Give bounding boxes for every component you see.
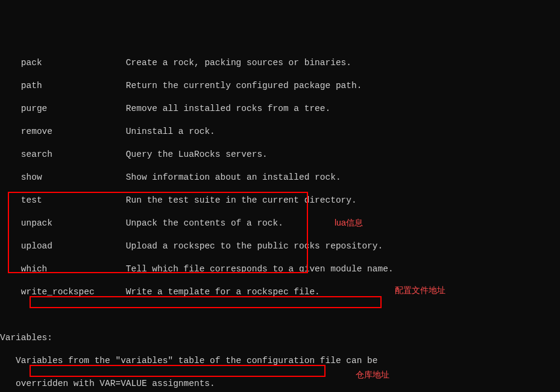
annotation-lua-info: lua信息	[335, 217, 363, 229]
command-name: unpack	[21, 218, 52, 228]
command-row: which Tell which file corresponds to a g…	[0, 264, 560, 275]
command-name: search	[21, 150, 52, 159]
command-desc: Unpack the contents of a rock.	[126, 218, 283, 228]
command-name: upload	[21, 241, 52, 251]
command-name: remove	[21, 127, 52, 136]
variables-text: overridden with VAR=VALUE assignments.	[0, 378, 560, 390]
variables-text: Variables from the "variables" table of …	[0, 355, 560, 367]
command-name: write_rockspec	[21, 287, 95, 297]
command-desc: Upload a rockspec to the public rocks re…	[126, 241, 383, 251]
command-row: upload Upload a rockspec to the public r…	[0, 241, 560, 252]
command-row: test Run the test suite in the current d…	[0, 195, 560, 206]
command-name: purge	[21, 104, 48, 113]
command-row: show Show information about an installed…	[0, 172, 560, 183]
command-row: purge Remove all installed rocks from a …	[0, 103, 560, 115]
command-row: write_rockspec Write a template for a ro…	[0, 286, 560, 298]
command-name: test	[21, 195, 42, 205]
command-desc: Tell which file corresponds to a given m…	[126, 264, 394, 274]
command-name: path	[21, 81, 42, 90]
command-desc: Uninstall a rock.	[126, 127, 215, 136]
terminal-output: pack Create a rock, packing sources or b…	[0, 46, 560, 392]
command-desc: Query the LuaRocks servers.	[126, 150, 268, 159]
annotation-repo-addr: 仓库地址	[356, 369, 389, 381]
command-name: which	[21, 264, 48, 274]
command-desc: Show information about an installed rock…	[126, 172, 341, 182]
command-desc: Run the test suite in the current direct…	[126, 195, 357, 205]
command-row: remove Uninstall a rock.	[0, 126, 560, 138]
command-name: pack	[21, 58, 42, 68]
annotation-config-addr: 配置文件地址	[395, 285, 445, 296]
command-name: show	[21, 172, 42, 182]
command-row: pack Create a rock, packing sources or b…	[0, 57, 560, 69]
command-desc: Remove all installed rocks from a tree.	[126, 104, 330, 113]
command-row: unpack Unpack the contents of a rock.	[0, 218, 560, 229]
variables-header: Variables:	[0, 332, 560, 344]
command-row: search Query the LuaRocks servers.	[0, 149, 560, 160]
command-desc: Return the currently configured package …	[126, 81, 362, 90]
command-row: path Return the currently configured pac…	[0, 80, 560, 92]
command-desc: Create a rock, packing sources or binari…	[126, 58, 351, 68]
command-desc: Write a template for a rockspec file.	[126, 287, 320, 297]
